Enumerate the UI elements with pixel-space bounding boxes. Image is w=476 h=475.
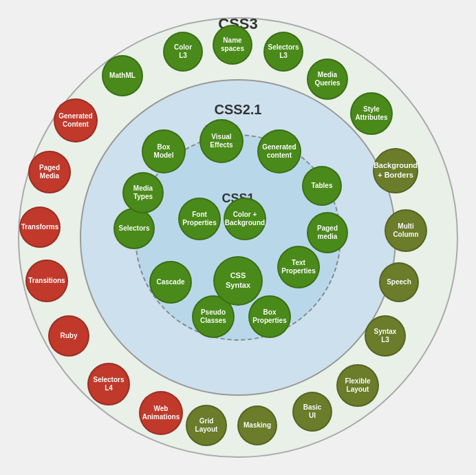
background-borders: Background+ Borders <box>373 148 418 193</box>
basic-ui: BasicUI <box>292 392 332 432</box>
grid-layout: GridLayout <box>186 405 227 446</box>
selectors-css1: Selectors <box>113 208 155 249</box>
transforms: Transforms <box>19 207 61 248</box>
color-background: Color +Background <box>224 198 266 240</box>
style-attributes: StyleAttributes <box>350 92 393 135</box>
masking: Masking <box>237 405 277 445</box>
transitions: Transitions <box>25 260 68 302</box>
mathml: MathML <box>102 55 143 96</box>
syntax-l3: SyntaxL3 <box>365 315 406 357</box>
tables: Tables <box>302 166 342 206</box>
text-properties: TextProperties <box>277 246 320 288</box>
multi-column: MultiColumn <box>385 209 427 252</box>
css-syntax: CSSSyntax <box>213 256 263 306</box>
ruby: Ruby <box>48 315 89 357</box>
web-animations: WebAnimations <box>139 391 183 435</box>
namespaces: Namespaces <box>213 25 252 65</box>
media-queries: MediaQueries <box>307 59 348 100</box>
speech: Speech <box>379 262 419 302</box>
box-properties: BoxProperties <box>248 295 291 338</box>
selectors-l3: SelectorsL3 <box>263 32 303 72</box>
font-properties: FontProperties <box>178 198 221 240</box>
generated-content-red: GeneratedContent <box>54 98 98 142</box>
flexible-layout: FlexibleLayout <box>336 364 379 407</box>
paged-media-red: PagedMedia <box>28 151 71 193</box>
generated-content-21: Generatedcontent <box>257 129 301 173</box>
box-model: BoxModel <box>142 129 186 173</box>
visual-effects: VisualEffects <box>199 119 244 163</box>
css21-label: CSS2.1 <box>215 102 262 118</box>
paged-media-21: Pagedmedia <box>307 212 348 253</box>
media-types: MediaTypes <box>122 172 164 213</box>
color-l3: ColorL3 <box>163 32 203 72</box>
css-diagram: CSS3 CSS2.1 CSS1 FontPropertiesColor +Ba… <box>0 0 476 475</box>
cascade: Cascade <box>149 261 192 304</box>
selectors-l4: SelectorsL4 <box>87 363 130 405</box>
